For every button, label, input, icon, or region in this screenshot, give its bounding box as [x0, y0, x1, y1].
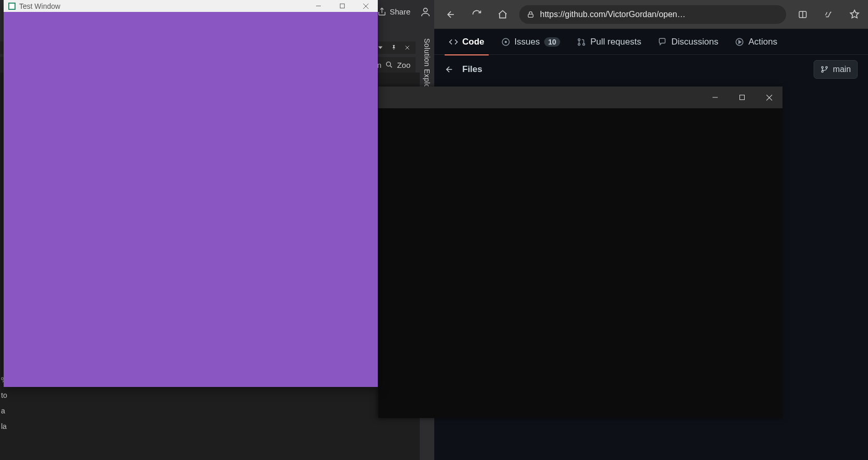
- files-back-button[interactable]: Files: [445, 64, 482, 75]
- console-body[interactable]: [378, 108, 782, 418]
- play-circle-icon: [735, 37, 744, 47]
- address-bar[interactable]: https://github.com/VictorGordan/open…: [519, 5, 786, 24]
- tab-pulls-label: Pull requests: [590, 37, 641, 47]
- svg-rect-14: [340, 4, 344, 8]
- share-icon: [377, 7, 387, 17]
- opengl-test-window: Test Window: [4, 0, 378, 387]
- svg-point-0: [423, 8, 427, 11]
- issue-icon: [501, 37, 510, 47]
- arrow-left-icon: [445, 65, 454, 74]
- console-window: [378, 87, 782, 418]
- tab-pull-requests[interactable]: Pull requests: [568, 29, 649, 55]
- tab-discussions[interactable]: Discussions: [650, 29, 727, 55]
- maximize-button[interactable]: [729, 87, 756, 108]
- browser-toolbar: https://github.com/VictorGordan/open…: [434, 0, 868, 29]
- account-avatar[interactable]: [420, 6, 431, 18]
- svg-point-11: [822, 70, 823, 72]
- refresh-button[interactable]: [467, 5, 486, 24]
- svg-point-7: [578, 43, 580, 45]
- favorite-button[interactable]: [845, 5, 864, 24]
- issues-count-badge: 10: [544, 37, 561, 47]
- read-aloud-button[interactable]: [819, 5, 838, 24]
- maximize-button[interactable]: [330, 0, 354, 12]
- split-screen-button[interactable]: [793, 5, 812, 24]
- back-button[interactable]: [442, 5, 460, 24]
- window-title: Test Window: [19, 2, 60, 10]
- code-icon: [449, 37, 458, 47]
- app-icon: [8, 3, 16, 10]
- live-share-button[interactable]: Share: [377, 7, 410, 17]
- magnifier-icon[interactable]: [385, 60, 394, 69]
- tab-issues-label: Issues: [515, 37, 540, 47]
- tab-issues[interactable]: Issues 10: [493, 29, 569, 55]
- close-icon[interactable]: [403, 44, 411, 52]
- glwin-titlebar[interactable]: Test Window: [4, 0, 378, 12]
- svg-rect-13: [740, 95, 745, 100]
- close-button[interactable]: [756, 87, 782, 108]
- tab-actions-label: Actions: [748, 37, 777, 47]
- url-text: https://github.com/VictorGordan/open…: [540, 10, 686, 19]
- branch-selector[interactable]: main: [814, 60, 858, 79]
- minimize-button[interactable]: [306, 0, 330, 12]
- git-branch-icon: [820, 65, 829, 74]
- branch-name: main: [833, 65, 851, 74]
- console-titlebar[interactable]: [378, 87, 782, 108]
- svg-point-5: [505, 41, 506, 42]
- close-button[interactable]: [354, 0, 378, 12]
- tab-discussions-label: Discussions: [672, 37, 719, 47]
- home-button[interactable]: [493, 5, 512, 24]
- opengl-viewport[interactable]: [4, 12, 378, 387]
- lock-icon: [527, 10, 535, 19]
- svg-rect-2: [528, 14, 533, 17]
- files-label: Files: [462, 64, 482, 75]
- zoom-label: Zoo: [397, 61, 410, 69]
- discussion-icon: [658, 37, 667, 47]
- file-tree-header: Files main: [434, 55, 868, 84]
- tab-code-label: Code: [462, 37, 485, 47]
- svg-point-12: [826, 66, 828, 68]
- tab-actions[interactable]: Actions: [727, 29, 786, 55]
- repo-nav: Code Issues 10 Pull requests Discussions…: [434, 29, 868, 55]
- pull-request-icon: [577, 37, 586, 47]
- svg-point-8: [583, 43, 585, 45]
- svg-point-1: [387, 62, 391, 66]
- share-label: Share: [390, 7, 410, 16]
- minimize-button[interactable]: [702, 87, 729, 108]
- solution-explorer-label: Solution Explo: [423, 38, 431, 89]
- svg-point-10: [822, 66, 823, 68]
- svg-point-6: [578, 38, 580, 40]
- tab-code[interactable]: Code: [440, 29, 493, 55]
- pin-icon[interactable]: [390, 44, 398, 52]
